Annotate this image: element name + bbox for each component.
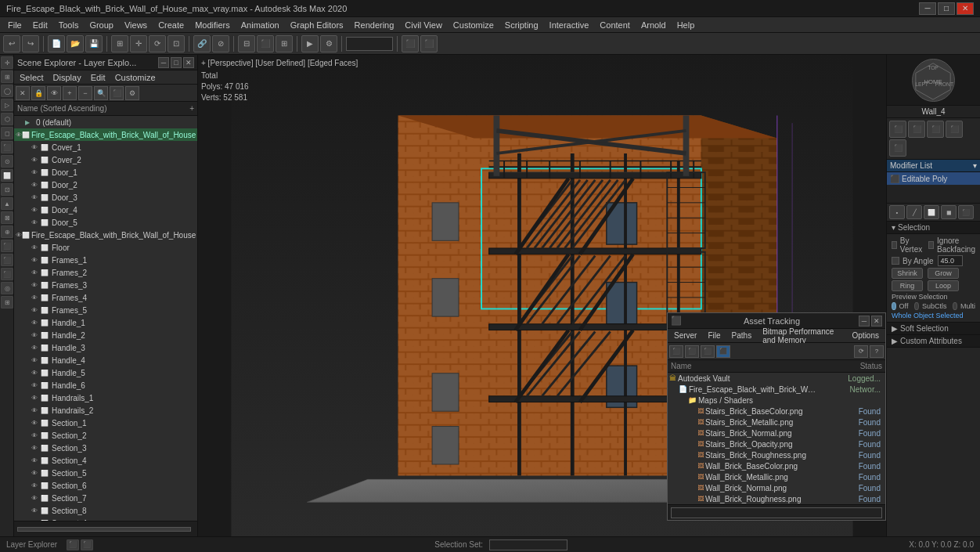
link-button[interactable]: 🔗 (193, 35, 211, 52)
at-tb-1[interactable]: ⬛ (669, 345, 683, 358)
so-vertex-btn[interactable]: • (889, 205, 905, 219)
shrink-button[interactable]: Shrink (892, 268, 923, 279)
modifier-editable-poly[interactable]: ⬛ Editable Poly (887, 172, 980, 185)
maximize-button[interactable]: □ (938, 2, 955, 15)
tree-item[interactable]: 👁⬜Frames_2 (14, 266, 197, 279)
lt-btn-8[interactable]: ⊙ (1, 155, 13, 168)
st-delete-btn[interactable]: − (78, 86, 92, 100)
tree-item[interactable]: 👁⬜Door_4 (14, 204, 197, 216)
tree-item[interactable]: 👁⬜Section_3 (14, 442, 197, 454)
selection-set-input[interactable] (346, 37, 393, 51)
menu-item-file[interactable]: File (3, 20, 27, 31)
statusbar-selection-input[interactable] (489, 539, 567, 550)
lt-btn-14[interactable]: ⬛ (1, 240, 13, 252)
by-vertex-check[interactable] (892, 241, 897, 249)
tree-item[interactable]: 👁⬜Section_7 (14, 492, 197, 504)
rt-utility-btn[interactable]: ⬛ (889, 139, 906, 157)
at-tree-item[interactable]: 🖼Wall_Brick_Normal.pngFound (668, 482, 885, 493)
at-menu-bitmap[interactable]: Bitmap Performance and Memory (758, 327, 845, 345)
menu-item-interactive[interactable]: Interactive (545, 20, 594, 31)
lt-btn-15[interactable]: ⬛ (1, 254, 13, 266)
at-reload-btn[interactable]: ⟳ (854, 345, 868, 358)
scene-panel-minimize[interactable]: ─ (158, 57, 169, 68)
tree-item[interactable]: 👁⬜Door_3 (14, 191, 197, 204)
tree-item[interactable]: 👁⬜Section_1 (14, 417, 197, 429)
at-tree-item[interactable]: 🖼Stairs_Brick_Opacity.pngFound (668, 438, 885, 449)
menu-item-scripting[interactable]: Scripting (500, 20, 543, 31)
minimize-button[interactable]: ─ (919, 2, 936, 15)
save-button[interactable]: 💾 (85, 35, 103, 52)
close-button[interactable]: ✕ (957, 2, 974, 15)
custom-attributes-header[interactable]: ▶ Custom Attributes (887, 335, 980, 348)
tree-item[interactable]: 👁⬜Section_6 (14, 479, 197, 492)
tree-item[interactable]: 👁⬜Frames_3 (14, 279, 197, 291)
render-button[interactable]: ▶ (301, 35, 319, 52)
at-tree-item[interactable]: 📄Fire_Escape_Black_with_Brick_Wall_of_Ho… (668, 384, 885, 395)
at-close[interactable]: ✕ (871, 316, 882, 327)
tree-item[interactable]: 👁⬜Handle_4 (14, 354, 197, 366)
render-settings-button[interactable]: ⚙ (320, 35, 337, 52)
at-menu-options[interactable]: Options (848, 331, 884, 340)
undo-button[interactable]: ↩ (3, 35, 20, 52)
menu-item-help[interactable]: Help (672, 20, 700, 31)
by-angle-check[interactable] (892, 257, 899, 265)
tree-item[interactable]: 👁⬜Cover_2 (14, 153, 197, 166)
layers-button[interactable]: ⬛ (420, 35, 438, 52)
tree-item[interactable]: ▶0 (default) (14, 116, 197, 128)
loop-button[interactable]: Loop (928, 280, 959, 291)
statusbar-icon-1[interactable]: ⬛ (67, 539, 79, 550)
menu-item-rendering[interactable]: Rendering (350, 20, 399, 31)
tree-item[interactable]: 👁⬜Frames_1 (14, 254, 197, 266)
at-menu-paths[interactable]: Paths (727, 331, 757, 340)
rt-motion-btn[interactable]: ⬛ (927, 121, 944, 138)
so-border-btn[interactable]: ⬜ (924, 205, 939, 219)
tree-item[interactable]: 👁⬜Fire_Escape_Black_with_Brick_Wall_of_H… (14, 128, 197, 141)
lt-btn-16[interactable]: ⬛ (1, 268, 13, 280)
menu-item-civil-view[interactable]: Civil View (400, 20, 446, 31)
menu-item-animation[interactable]: Animation (236, 20, 284, 31)
so-edge-btn[interactable]: ╱ (906, 205, 922, 219)
viewport-cube[interactable]: HOME TOP FRONT LEFT (912, 59, 955, 102)
st-add-btn[interactable]: + (63, 86, 77, 100)
statusbar-icon-2[interactable]: ⬛ (81, 539, 93, 550)
menu-item-tools[interactable]: Tools (54, 20, 84, 31)
rt-hierarchy-btn[interactable]: ⬛ (908, 121, 925, 138)
st-lock-btn[interactable]: 🔒 (31, 86, 45, 100)
at-tree-item[interactable]: 🏛Autodesk VaultLogged... (668, 373, 885, 384)
scene-menu-select[interactable]: Select (16, 73, 48, 82)
lt-btn-12[interactable]: ⊠ (1, 211, 13, 224)
at-tb-4[interactable]: ⬛ (716, 345, 730, 358)
new-button[interactable]: 📄 (48, 35, 65, 52)
selection-section-header[interactable]: ▾ Selection (887, 222, 980, 234)
subctls-radio[interactable] (914, 302, 919, 310)
at-help-btn[interactable]: ? (870, 345, 884, 358)
tree-item[interactable]: 👁⬜Section_8 (14, 504, 197, 517)
lt-btn-9[interactable]: ⬜ (1, 169, 13, 182)
scale-button[interactable]: ⊡ (168, 35, 185, 52)
at-tree-item[interactable]: 🖼Stairs_Brick_Normal.pngFound (668, 428, 885, 438)
scene-panel-close[interactable]: ✕ (183, 57, 194, 68)
tree-item[interactable]: 👁⬜Handle_2 (14, 329, 197, 341)
tree-item[interactable]: 👁⬜Door_5 (14, 216, 197, 229)
menu-item-content[interactable]: Content (595, 20, 635, 31)
tree-item[interactable]: 👁⬜Handrails_2 (14, 404, 197, 417)
tree-item[interactable]: 👁⬜Handle_3 (14, 341, 197, 354)
tree-item[interactable]: 👁⬜Door_1 (14, 166, 197, 179)
select-button[interactable]: ⊞ (111, 35, 128, 52)
at-tree-item[interactable]: 🖼Wall_Brick_BaseColor.pngFound (668, 460, 885, 471)
tree-item[interactable]: 👁⬜Section_2 (14, 429, 197, 442)
so-polygon-btn[interactable]: ◼ (941, 205, 957, 219)
so-element-btn[interactable]: ⬛ (958, 205, 974, 219)
st-settings-btn[interactable]: ⚙ (125, 86, 139, 100)
viewport[interactable]: + [Perspective] [User Defined] [Edged Fa… (198, 55, 886, 536)
rt-modify-btn[interactable]: ⬛ (889, 121, 906, 138)
object-properties-button[interactable]: ⬛ (402, 35, 419, 52)
lt-btn-13[interactable]: ⊕ (1, 225, 13, 238)
tree-item[interactable]: 👁⬜Floor (14, 241, 197, 254)
at-tree-item[interactable]: 🖼Wall_Brick_Metallic.pngFound (668, 471, 885, 482)
lt-btn-5[interactable]: ⬡ (1, 113, 13, 125)
tree-item[interactable]: 👁⬜Handle_5 (14, 366, 197, 379)
rotate-button[interactable]: ⟳ (149, 35, 166, 52)
lt-btn-4[interactable]: ▷ (1, 99, 13, 111)
menu-item-views[interactable]: Views (120, 20, 152, 31)
